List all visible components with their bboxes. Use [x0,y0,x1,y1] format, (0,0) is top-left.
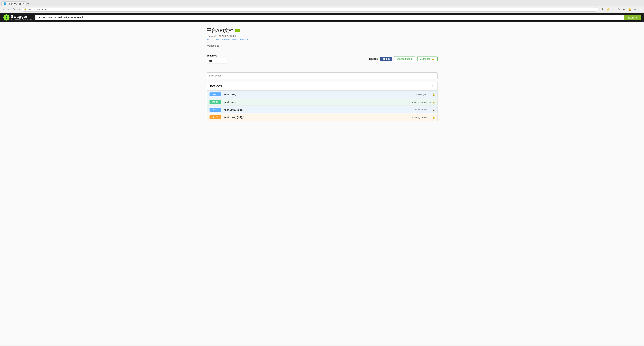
endpoint-list: GET /notices/ notices_list ⌄ 🔒 POST /not… [207,91,438,121]
filter-input[interactable] [207,72,438,79]
endpoint-actions: notices_create ⌄ 🔒 [412,101,435,103]
endpoint-path: /notices/ [224,101,412,103]
swagger-main-content: 平台API文档 v1 [ Base URL: 127.0.0.1:8000/ ]… [203,22,441,126]
endpoint-actions: notices_read ⌄ 🔒 [414,108,435,111]
expand-icon: ⌄ [429,116,431,119]
tab-close-btn[interactable]: ✕ [23,2,24,5]
api-title-text: 平台API文档 [207,27,234,34]
toolbar-right: ⬇ ⚡ ☆ ⬡ ↩ 🔔 — ⧉ [600,7,643,11]
lightning-icon[interactable]: ⚡ [606,7,610,11]
swagger-url-bar: Explore [35,14,640,20]
api-info: 平台API文档 v1 [ Base URL: 127.0.0.1:8000/ ]… [207,27,438,47]
authorize-btn-label: Authorize [420,57,430,60]
endpoint-lock-icon: 🔒 [432,101,435,103]
download-icon[interactable]: ⬇ [600,7,604,11]
endpoint-name: notices_update [412,116,426,119]
restore-btn[interactable]: ⧉ [638,7,643,11]
endpoint-name: notices_list [416,93,426,96]
expand-icon: ⌄ [429,101,431,103]
explore-button[interactable]: Explore [624,15,640,20]
swagger-logo: ❯ Swagger Supported by SMARTBEAR [4,14,32,20]
endpoint-row[interactable]: GET /notices/{id}/ notices_read ⌄ 🔒 [207,106,438,113]
endpoint-lock-icon: 🔒 [432,108,435,111]
minimize-btn[interactable]: — [633,7,637,11]
schemes-label: Schemes [207,54,227,57]
back-btn[interactable]: ← [1,7,6,11]
address-bar: 🔒 [22,7,598,11]
active-tab[interactable]: 平台API文档 ✕ [1,1,27,6]
notices-section: notices ⌃ GET /notices/ notices_list ⌄ 🔒… [207,82,438,121]
tab-bar: 平台API文档 ✕ + [0,0,644,6]
endpoint-path: /notices/ [224,93,416,96]
star-icon[interactable]: ☆ [611,7,616,11]
browser-chrome: 平台API文档 ✕ + ← → ↻ ⌂ 🔒 ⬇ ⚡ ☆ ⬡ ↩ 🔔 — ⧉ [0,0,644,13]
auth-section: Django admin Django Logout Authorize 🔓 [369,56,438,61]
swagger-logo-text: Swagger [11,14,32,19]
swagger-url-input[interactable] [35,14,624,20]
home-btn[interactable]: ⌂ [17,7,21,11]
endpoint-path: /notices/{id}/ [224,108,414,111]
endpoint-row[interactable]: GET /notices/ notices_list ⌄ 🔒 [207,91,438,98]
address-input[interactable] [28,8,596,11]
version-badge: v1 [235,29,240,32]
method-badge: POST [210,100,222,104]
extensions-icon[interactable]: ⬡ [616,7,621,11]
notification-icon[interactable]: 🔔 [627,7,632,11]
authorize-button[interactable]: Authorize 🔓 [417,56,437,61]
browser-toolbar: ← → ↻ ⌂ 🔒 ⬇ ⚡ ☆ ⬡ ↩ 🔔 — ⧉ [0,6,644,12]
new-tab-btn[interactable]: + [27,2,29,5]
expand-icon: ⌄ [429,93,431,96]
address-lock-icon: 🔒 [24,8,26,10]
api-title-block: 平台API文档 v1 [207,27,438,34]
welcome-text: Welcome to *** [207,44,438,47]
schemes-select[interactable]: HTTP HTTPS [207,58,227,63]
django-label: Django [369,57,378,60]
endpoint-lock-icon: 🔒 [432,116,435,119]
expand-icon: ⌄ [429,108,431,111]
swagger-wrapper: ❯ Swagger Supported by SMARTBEAR Explore… [0,13,644,345]
forward-btn[interactable]: → [6,7,11,11]
history-icon[interactable]: ↩ [622,7,626,11]
endpoint-path: /notices/{id}/ [224,116,412,119]
notices-chevron-icon: ⌃ [432,84,434,88]
endpoint-actions: notices_list ⌄ 🔒 [416,93,435,96]
swagger-logo-circle: ❯ [4,14,10,20]
tab-favicon [4,2,6,5]
endpoint-row[interactable]: POST /notices/ notices_create ⌄ 🔒 [207,98,438,105]
notices-section-title: notices [210,84,222,88]
swagger-topbar: ❯ Swagger Supported by SMARTBEAR Explore [0,13,644,22]
method-badge: GET [210,92,222,96]
endpoint-actions: notices_update ⌄ 🔒 [412,116,435,119]
django-logout-button[interactable]: Django Logout [394,56,415,61]
schemes-section: Schemes HTTP HTTPS [207,54,227,63]
endpoint-row[interactable]: PUT /notices/{id}/ notices_update ⌄ 🔒 [207,114,438,121]
swagger-logo-text-block: Swagger Supported by SMARTBEAR [11,14,32,20]
endpoint-name: notices_read [414,108,426,111]
api-link[interactable]: http://127.0.0.1:8000/doc/?format=openap… [207,38,248,41]
refresh-btn[interactable]: ↻ [12,7,16,11]
swagger-logo-sub: Supported by SMARTBEAR [11,19,32,20]
endpoint-lock-icon: 🔒 [432,93,435,96]
method-badge: GET [210,108,222,112]
django-user-badge: admin [380,57,392,61]
swagger-logo-icon: ❯ [6,16,8,19]
base-url-text: [ Base URL: 127.0.0.1:8000/ ] [207,35,438,37]
endpoint-name: notices_create [412,101,427,103]
notices-section-header[interactable]: notices ⌃ [207,82,438,91]
method-badge: PUT [210,115,222,119]
tab-title: 平台API文档 [8,2,21,5]
authorize-lock-icon: 🔓 [432,57,435,60]
schemes-auth-bar: Schemes HTTP HTTPS Django admin Django L… [207,52,438,65]
